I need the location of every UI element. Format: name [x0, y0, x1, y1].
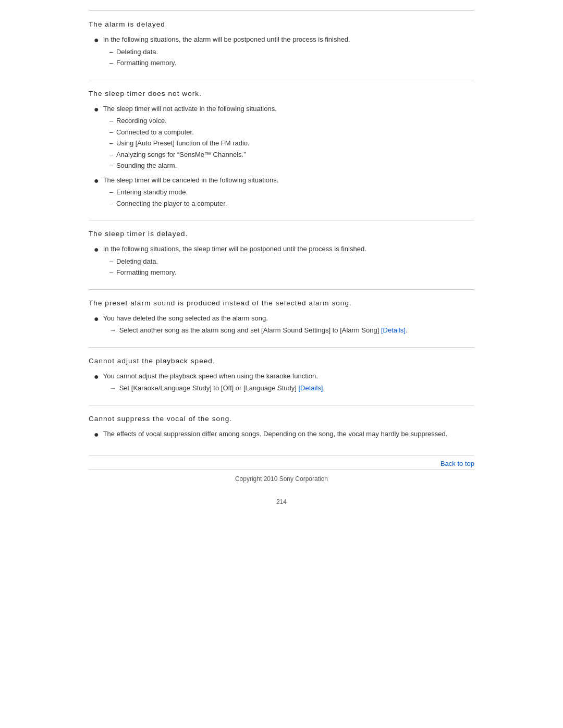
sub-text: Entering standby mode. — [116, 187, 188, 198]
bullet-dot: ● — [94, 104, 99, 114]
section-sleep-timer-delayed: The sleep timer is delayed. ● In the fol… — [89, 220, 474, 289]
sub-text: Deleting data. — [116, 47, 158, 57]
bullet-item: ● In the following situations, the alarm… — [89, 34, 474, 69]
sub-dash: – — [109, 127, 113, 138]
sub-dash: – — [109, 256, 113, 267]
bullet-dot: ● — [94, 35, 99, 45]
back-to-top-row: Back to top — [89, 455, 474, 470]
sub-text: Analyzing songs for “SensMe™ Channels.” — [116, 150, 246, 160]
sub-list: – Deleting data. – Formatting memory. — [103, 47, 350, 68]
sub-text: Connected to a computer. — [116, 127, 194, 138]
sub-text: Using [Auto Preset] function of the FM r… — [116, 138, 250, 149]
arrow-symbol: → — [109, 325, 116, 336]
section-title-alarm-delayed: The alarm is delayed — [89, 20, 474, 28]
section-alarm-delayed: The alarm is delayed ● In the following … — [89, 10, 474, 80]
sub-list: – Recording voice. – Connected to a comp… — [103, 116, 277, 171]
sub-dash: – — [109, 58, 113, 68]
bullet-item: ● The effects of vocal suppression diffe… — [89, 429, 474, 439]
bullet-content: In the following situations, the alarm w… — [103, 34, 350, 69]
sub-text: Formatting memory. — [116, 267, 176, 278]
page-number-text: 214 — [276, 498, 287, 505]
bullet-content: You have deleted the song selected as th… — [103, 313, 408, 337]
section-title-sleep-timer-not-work: The sleep timer does not work. — [89, 90, 474, 97]
section-sleep-timer-not-work: The sleep timer does not work. ● The sle… — [89, 80, 474, 220]
sub-item: – Formatting memory. — [103, 267, 366, 278]
bullet-text: You cannot adjust the playback speed whe… — [103, 372, 318, 380]
bullet-item: ● You cannot adjust the playback speed w… — [89, 371, 474, 394]
bullet-list-cannot-adjust: ● You cannot adjust the playback speed w… — [89, 371, 474, 394]
bullet-list-cannot-suppress: ● The effects of vocal suppression diffe… — [89, 429, 474, 439]
sub-dash: – — [109, 187, 113, 198]
sub-item: – Connecting the player to a computer. — [103, 199, 279, 209]
bullet-item: ● You have deleted the song selected as … — [89, 313, 474, 337]
sub-item: – Deleting data. — [103, 256, 366, 267]
bullet-text: The sleep timer will not activate in the… — [103, 105, 277, 113]
bullet-list-sleep-timer-not-work: ● The sleep timer will not activate in t… — [89, 104, 474, 210]
bullet-text: The effects of vocal suppression differ … — [103, 430, 448, 438]
page-number: 214 — [89, 488, 474, 511]
bullet-dot: ● — [94, 244, 99, 254]
section-title-cannot-adjust-playback: Cannot adjust the playback speed. — [89, 357, 474, 365]
sub-item: – Using [Auto Preset] function of the FM… — [103, 138, 277, 149]
bullet-list-alarm-delayed: ● In the following situations, the alarm… — [89, 34, 474, 69]
bullet-dot: ● — [94, 429, 99, 439]
section-preset-alarm-sound: The preset alarm sound is produced inste… — [89, 289, 474, 347]
arrow-text-after: . — [323, 384, 325, 392]
arrow-text-before: Select another song as the alarm song an… — [119, 326, 381, 334]
sub-item: – Analyzing songs for “SensMe™ Channels.… — [103, 150, 277, 160]
bullet-dot: ● — [94, 314, 99, 324]
back-to-top-link[interactable]: Back to top — [440, 460, 474, 467]
bullet-content: You cannot adjust the playback speed whe… — [103, 371, 325, 394]
section-cannot-suppress-vocal: Cannot suppress the vocal of the song. ●… — [89, 405, 474, 450]
arrow-item: → Set [Karaoke/Language Study] to [Off] … — [103, 383, 325, 393]
sub-text: Connecting the player to a computer. — [116, 199, 227, 209]
sub-text: Formatting memory. — [116, 58, 176, 68]
bullet-content: The sleep timer will not activate in the… — [103, 104, 277, 172]
details-link-alarm[interactable]: [Details] — [381, 326, 406, 334]
sub-dash: – — [109, 267, 113, 278]
sub-dash: – — [109, 161, 113, 171]
sub-text: Deleting data. — [116, 256, 158, 267]
arrow-text-after: . — [406, 326, 408, 334]
bullet-list-sleep-timer-delayed: ● In the following situations, the sleep… — [89, 244, 474, 279]
details-link-playback[interactable]: [Details] — [298, 384, 323, 392]
sub-item: – Deleting data. — [103, 47, 350, 57]
bullet-text: In the following situations, the sleep t… — [103, 245, 366, 253]
bullet-content: In the following situations, the sleep t… — [103, 244, 366, 279]
sub-list: – Entering standby mode. – Connecting th… — [103, 187, 279, 208]
bullet-text: The sleep timer will be canceled in the … — [103, 176, 279, 184]
bullet-text: In the following situations, the alarm w… — [103, 35, 350, 43]
page-container: The alarm is delayed ● In the following … — [78, 0, 485, 532]
sub-text: Recording voice. — [116, 116, 167, 126]
sub-item: – Recording voice. — [103, 116, 277, 126]
sub-dash: – — [109, 150, 113, 160]
copyright-row: Copyright 2010 Sony Corporation — [89, 470, 474, 488]
bullet-dot: ● — [94, 372, 99, 381]
section-title-cannot-suppress-vocal: Cannot suppress the vocal of the song. — [89, 415, 474, 423]
bullet-dot: ● — [94, 176, 99, 186]
section-cannot-adjust-playback: Cannot adjust the playback speed. ● You … — [89, 347, 474, 405]
sub-dash: – — [109, 199, 113, 209]
bullet-item: ● The sleep timer will not activate in t… — [89, 104, 474, 172]
sub-list: – Deleting data. – Formatting memory. — [103, 256, 366, 278]
section-title-sleep-timer-delayed: The sleep timer is delayed. — [89, 230, 474, 238]
bullet-item: ● The sleep timer will be canceled in th… — [89, 175, 474, 210]
bullet-content: The sleep timer will be canceled in the … — [103, 175, 279, 210]
arrow-symbol: → — [109, 383, 116, 393]
bullet-content: The effects of vocal suppression differ … — [103, 429, 448, 439]
sub-item: – Sounding the alarm. — [103, 161, 277, 171]
sub-item: – Formatting memory. — [103, 58, 350, 68]
copyright-text: Copyright 2010 Sony Corporation — [235, 475, 328, 483]
sub-dash: – — [109, 116, 113, 126]
sub-dash: – — [109, 138, 113, 149]
arrow-text: Select another song as the alarm song an… — [119, 325, 408, 336]
arrow-text-before: Set [Karaoke/Language Study] to [Off] or… — [119, 384, 299, 392]
sub-item: – Entering standby mode. — [103, 187, 279, 198]
bullet-item: ● In the following situations, the sleep… — [89, 244, 474, 279]
section-title-preset-alarm-sound: The preset alarm sound is produced inste… — [89, 299, 474, 307]
bullet-text: You have deleted the song selected as th… — [103, 314, 268, 322]
sub-text: Sounding the alarm. — [116, 161, 177, 171]
sub-item: – Connected to a computer. — [103, 127, 277, 138]
bullet-list-preset-alarm: ● You have deleted the song selected as … — [89, 313, 474, 337]
arrow-text: Set [Karaoke/Language Study] to [Off] or… — [119, 383, 325, 393]
